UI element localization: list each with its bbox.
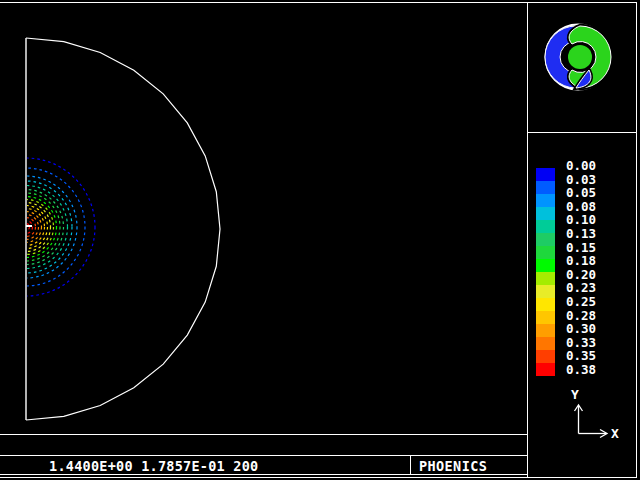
legend-color-block [536, 259, 555, 272]
legend-color-block [536, 363, 555, 376]
contour-rings [0, 158, 95, 296]
legend-label: 0.15 [566, 241, 610, 254]
legend-color-block [536, 233, 555, 246]
legend-color-bar [536, 168, 555, 376]
legend-label: 0.13 [566, 227, 610, 240]
legend-color-block [536, 311, 555, 324]
plot-canvas [0, 0, 640, 480]
legend-color-block [536, 337, 555, 350]
legend-label: 0.38 [566, 363, 610, 376]
legend-label: 0.05 [566, 186, 610, 199]
legend-color-block [536, 207, 555, 220]
y-axis-label: Y [571, 387, 579, 402]
legend-label: 0.28 [566, 309, 610, 322]
legend-label: 0.30 [566, 322, 610, 335]
legend-color-block [536, 350, 555, 363]
legend-label: 0.23 [566, 281, 610, 294]
legend-label: 0.03 [566, 173, 610, 186]
legend-color-block [536, 220, 555, 233]
legend-label: 0.20 [566, 268, 610, 281]
legend-label: 0.33 [566, 336, 610, 349]
legend-label: 0.25 [566, 295, 610, 308]
legend-color-block [536, 285, 555, 298]
legend-label: 0.18 [566, 254, 610, 267]
phoenics-title: PHOENICS [419, 458, 487, 474]
logo-center-bulge [568, 45, 592, 69]
status-values-text: 1.4400E+00 1.7857E-01 200 [49, 458, 258, 474]
legend-label: 0.35 [566, 349, 610, 362]
legend-color-block [536, 246, 555, 259]
legend-color-block [536, 168, 555, 181]
phoenics-graphics-window: 0.000.030.050.080.100.130.150.180.200.23… [0, 0, 640, 480]
legend-label: 0.08 [566, 200, 610, 213]
legend-color-block [536, 181, 555, 194]
axis-indicator [575, 405, 608, 438]
plot-area [0, 38, 220, 420]
x-axis-label: X [611, 426, 619, 441]
domain-outline-arc [26, 38, 220, 420]
legend-label: 0.10 [566, 213, 610, 226]
legend-color-block [536, 324, 555, 337]
legend-color-block [536, 194, 555, 207]
legend-label: 0.00 [566, 159, 610, 172]
phoenics-logo-icon [545, 25, 611, 90]
legend-color-block [536, 298, 555, 311]
legend-color-block [536, 272, 555, 285]
